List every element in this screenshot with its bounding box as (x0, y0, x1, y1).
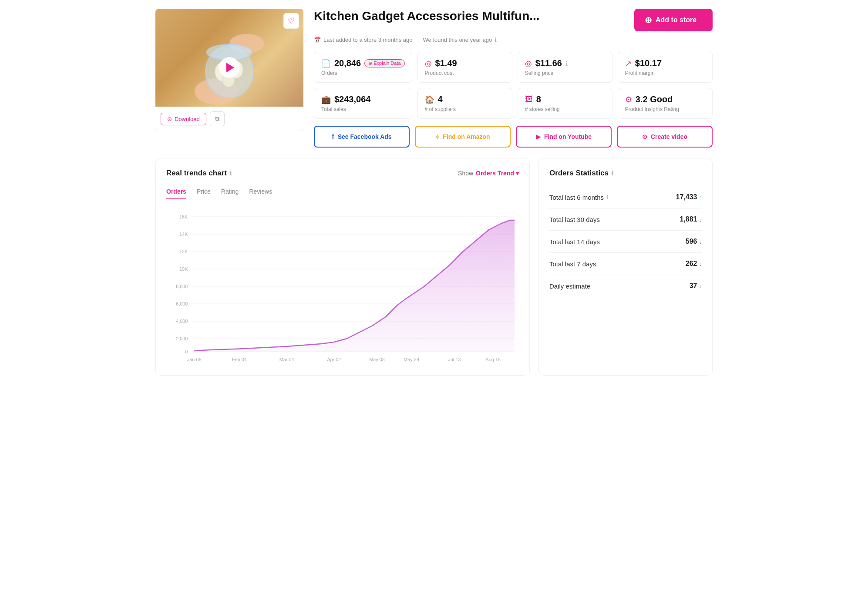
info-icon-meta[interactable]: ℹ (495, 37, 497, 43)
svg-text:2,000: 2,000 (176, 336, 188, 341)
stat-selling-price: ◎ $11.66 ℹ Selling price (518, 52, 612, 83)
svg-text:May 03: May 03 (369, 357, 385, 362)
tab-reviews[interactable]: Reviews (249, 185, 272, 199)
6months-trend-icon: ↑ (699, 194, 702, 201)
stat-product-cost: ◎ $1.49 Product cost (417, 52, 512, 83)
last-added-meta: 📅 Last added to a store 3 months ago (314, 37, 413, 43)
found-ago-meta: We found this one year ago ℹ (423, 37, 497, 43)
orders-stats-info-icon[interactable]: ℹ (611, 170, 613, 177)
stat-row-daily-estimate: Daily estimate 37 ↓ (549, 275, 702, 297)
chart-header: Real trends chart ℹ Show Orders Trend ▾ (166, 169, 519, 178)
svg-text:Mar 04: Mar 04 (279, 357, 294, 362)
download-icon: ⊙ (167, 116, 172, 122)
wishlist-button[interactable]: ♡ (283, 13, 299, 29)
stat-suppliers: 🏠 4 # of suppliers (417, 88, 512, 119)
7days-trend-icon: ↓ (699, 261, 702, 267)
svg-text:8,000: 8,000 (176, 284, 188, 289)
svg-text:Jul 13: Jul 13 (448, 357, 461, 362)
tab-rating[interactable]: Rating (221, 185, 239, 199)
svg-text:Apr 02: Apr 02 (327, 357, 341, 362)
stat-row-6months: Total last 6 months ℹ 17,433 ↑ (549, 186, 702, 208)
svg-text:10K: 10K (179, 266, 188, 272)
svg-text:16K: 16K (179, 214, 188, 219)
6months-info-icon[interactable]: ℹ (606, 194, 609, 200)
daily-trend-icon: ↓ (699, 283, 702, 289)
create-video-button[interactable]: ⊙ Create video (617, 126, 713, 148)
rating-icon: ⚙ (625, 95, 632, 104)
tab-orders[interactable]: Orders (166, 185, 186, 199)
chart-info-icon[interactable]: ℹ (229, 170, 232, 177)
suppliers-icon: 🏠 (425, 95, 434, 104)
stat-stores-selling: 🖼 8 # stores selling (518, 88, 612, 119)
stat-row-30days: Total last 30 days 1,881 ↓ (549, 208, 702, 231)
download-button[interactable]: ⊙ Download (161, 113, 206, 125)
selling-price-info-icon[interactable]: ℹ (565, 60, 568, 67)
add-to-store-button[interactable]: ⊕ Add to store (634, 9, 713, 31)
stat-row-14days: Total last 14 days 596 ↓ (549, 231, 702, 253)
play-button[interactable] (219, 57, 240, 78)
trend-chart: 16K 14K 12K 10K 8,000 6,000 4,000 2,000 … (166, 208, 519, 365)
plus-icon: ⊕ (645, 15, 652, 25)
stat-profit-margin: ↗ $10.17 Profit margin (618, 52, 713, 83)
price-icon: ◎ (525, 59, 532, 68)
see-facebook-ads-button[interactable]: f See Facebook Ads (314, 126, 410, 148)
30days-trend-icon: ↓ (699, 216, 702, 223)
facebook-icon: f (332, 133, 334, 141)
find-on-amazon-button[interactable]: ⟡ Find on Amazon (415, 126, 511, 148)
copy-button[interactable]: ⧉ (210, 111, 225, 126)
stat-row-7days: Total last 7 days 262 ↓ (549, 253, 702, 275)
product-info: Kitchen Gadget Accessories Multifun... ⊕… (314, 9, 713, 148)
orders-stats-panel: Orders Statistics ℹ Total last 6 months … (538, 158, 713, 376)
product-title-row: Kitchen Gadget Accessories Multifun... ⊕… (314, 9, 713, 31)
action-buttons: f See Facebook Ads ⟡ Find on Amazon ▶ Fi… (314, 126, 713, 148)
chart-tabs: Orders Price Rating Reviews (166, 185, 519, 199)
cost-icon: ◎ (425, 59, 432, 68)
product-image: ♡ ⊙ Download ⧉ (155, 9, 303, 131)
product-title: Kitchen Gadget Accessories Multifun... (314, 9, 540, 24)
svg-text:Jan 06: Jan 06 (187, 357, 202, 362)
stat-orders: 📄 20,846 ⊕ Explain Data Orders (314, 52, 412, 83)
download-bar: ⊙ Download ⧉ (155, 107, 303, 131)
svg-text:14K: 14K (179, 232, 188, 237)
product-meta: 📅 Last added to a store 3 months ago We … (314, 37, 713, 43)
profit-icon: ↗ (625, 59, 632, 68)
youtube-icon: ▶ (536, 133, 541, 140)
sales-icon: 💼 (321, 95, 331, 104)
bottom-section: Real trends chart ℹ Show Orders Trend ▾ … (155, 158, 713, 376)
svg-text:0: 0 (185, 349, 188, 354)
stores-icon: 🖼 (525, 95, 533, 104)
chart-show-selector[interactable]: Show Orders Trend ▾ (458, 170, 519, 177)
svg-text:6,000: 6,000 (176, 301, 188, 306)
explain-data-button[interactable]: ⊕ Explain Data (364, 59, 404, 67)
chart-panel: Real trends chart ℹ Show Orders Trend ▾ … (155, 158, 530, 376)
chart-title: Real trends chart ℹ (166, 169, 232, 178)
orders-icon: 📄 (321, 59, 331, 68)
orders-stats-title: Orders Statistics ℹ (549, 169, 702, 178)
svg-text:Aug 15: Aug 15 (486, 357, 501, 362)
find-on-youtube-button[interactable]: ▶ Find on Youtube (516, 126, 612, 148)
video-icon: ⊙ (642, 133, 647, 140)
svg-text:12K: 12K (179, 249, 188, 254)
amazon-icon: ⟡ (435, 133, 439, 141)
stat-total-sales: 💼 $243,064 Total sales (314, 88, 412, 119)
svg-text:May 29: May 29 (404, 357, 419, 362)
calendar-icon: 📅 (314, 37, 321, 43)
svg-text:Feb 04: Feb 04 (232, 357, 247, 362)
stat-insights-rating: ⚙ 3.2 Good Product Insights Rating (618, 88, 713, 119)
stats-grid: 📄 20,846 ⊕ Explain Data Orders ◎ $1.49 P… (314, 52, 713, 119)
tab-price[interactable]: Price (197, 185, 211, 199)
chart-area: 16K 14K 12K 10K 8,000 6,000 4,000 2,000 … (166, 208, 519, 365)
14days-trend-icon: ↓ (699, 238, 702, 245)
svg-text:4,000: 4,000 (176, 319, 188, 324)
chevron-down-icon: ▾ (516, 170, 519, 177)
